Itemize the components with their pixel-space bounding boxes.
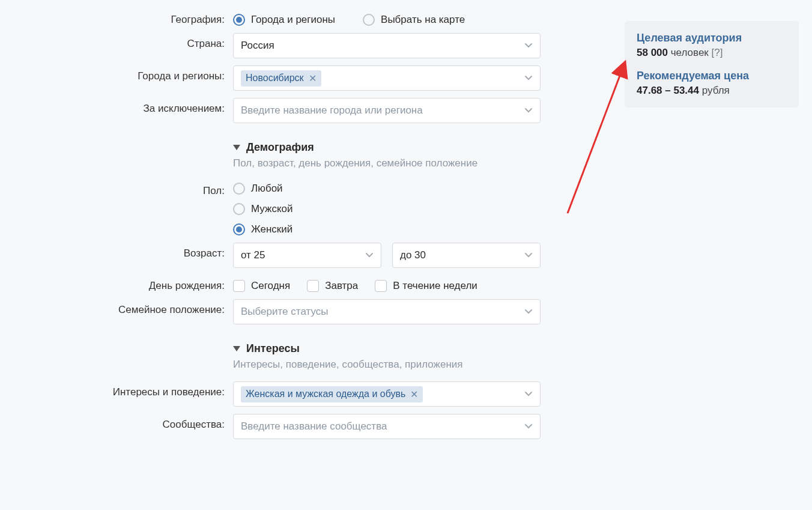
radio-icon <box>363 14 375 26</box>
row-gender: Пол: Любой Мужской Женский <box>78 180 541 235</box>
label-birthday: День рождения: <box>78 275 233 292</box>
radio-label: Города и регионы <box>251 14 335 26</box>
price-unit: рубля <box>702 85 730 96</box>
check-today[interactable]: Сегодня <box>233 280 290 292</box>
birthday-checks: Сегодня Завтра В течение недели <box>233 275 541 292</box>
label-marital: Семейное положение: <box>78 299 233 316</box>
radio-icon <box>233 203 245 215</box>
exclude-placeholder: Введите название города или региона <box>241 105 423 117</box>
row-exclude: За исключением: Введите название города … <box>78 98 541 123</box>
chevron-down-icon <box>524 306 533 318</box>
marital-select[interactable]: Выберите статусы <box>233 299 541 324</box>
chip-text: Женская и мужская одежда и обувь <box>246 389 405 399</box>
remove-icon[interactable]: ✕ <box>410 389 418 400</box>
radio-label: Выбрать на карте <box>381 14 465 26</box>
chevron-down-icon <box>365 249 374 261</box>
row-age: Возраст: от 25 до 30 <box>78 243 541 268</box>
age-range: от 25 до 30 <box>233 243 541 268</box>
section-demography[interactable]: Демография <box>233 141 541 154</box>
row-country: Страна: Россия <box>78 33 541 58</box>
geography-radios: Города и регионы Выбрать на карте <box>233 9 541 26</box>
audience-title: Целевая аудитория <box>637 32 787 44</box>
svg-line-0 <box>568 63 625 213</box>
row-geography: География: Города и регионы Выбрать на к… <box>78 9 541 26</box>
label-geography: География: <box>78 9 233 26</box>
radio-male[interactable]: Мужской <box>233 203 541 215</box>
section-interests-subtitle: Интересы, поведение, сообщества, приложе… <box>233 359 541 371</box>
check-label: Завтра <box>325 280 358 292</box>
label-communities: Сообщества: <box>78 414 233 431</box>
chevron-down-icon <box>524 105 533 117</box>
chevron-down-icon <box>524 249 533 261</box>
checkbox-icon <box>307 280 319 292</box>
radio-icon <box>233 183 245 195</box>
radio-label: Любой <box>251 183 283 195</box>
label-gender: Пол: <box>78 180 233 197</box>
chip-text: Новосибирск <box>246 73 304 83</box>
radio-select-on-map[interactable]: Выбрать на карте <box>363 14 465 26</box>
communities-select[interactable]: Введите название сообщества <box>233 414 541 439</box>
radio-label: Мужской <box>251 203 293 215</box>
label-age: Возраст: <box>78 243 233 260</box>
row-communities: Сообщества: Введите название сообщества <box>78 414 541 439</box>
triangle-down-icon <box>233 145 240 150</box>
exclude-select[interactable]: Введите название города или региона <box>233 98 541 123</box>
label-interests-behavior: Интересы и поведение: <box>78 381 233 398</box>
check-within-week[interactable]: В течение недели <box>375 280 477 292</box>
audience-line: 58 000 человек [?] <box>637 47 787 59</box>
age-from-select[interactable]: от 25 <box>233 243 381 268</box>
radio-label: Женский <box>251 223 292 235</box>
interest-chip: Женская и мужская одежда и обувь ✕ <box>241 386 423 402</box>
help-icon[interactable]: [?] <box>712 47 723 58</box>
city-chip: Новосибирск ✕ <box>241 70 321 87</box>
section-interests[interactable]: Интересы <box>233 342 541 355</box>
chevron-down-icon <box>524 420 533 433</box>
audience-panel: Целевая аудитория 58 000 человек [?] Рек… <box>625 21 799 108</box>
country-value: Россия <box>241 40 274 52</box>
age-to-select[interactable]: до 30 <box>392 243 541 268</box>
checkbox-icon <box>375 280 387 292</box>
remove-icon[interactable]: ✕ <box>309 73 317 84</box>
row-cities: Города и регионы: Новосибирск ✕ <box>78 65 541 91</box>
country-select[interactable]: Россия <box>233 33 541 58</box>
radio-icon <box>233 14 245 26</box>
radio-cities-regions[interactable]: Города и регионы <box>233 14 335 26</box>
radio-female[interactable]: Женский <box>233 223 541 235</box>
triangle-down-icon <box>233 346 240 351</box>
chevron-down-icon <box>524 40 533 52</box>
label-exclude: За исключением: <box>78 98 233 115</box>
check-label: Сегодня <box>251 280 290 292</box>
targeting-form: География: Города и регионы Выбрать на к… <box>78 9 541 446</box>
audience-count: 58 000 <box>637 47 668 58</box>
check-tomorrow[interactable]: Завтра <box>307 280 358 292</box>
price-range: 47.68 – 53.44 <box>637 85 699 96</box>
cities-select[interactable]: Новосибирск ✕ <box>233 65 541 91</box>
label-cities: Города и регионы: <box>78 65 233 82</box>
age-to-value: до 30 <box>400 249 426 261</box>
row-interests-behavior: Интересы и поведение: Женская и мужская … <box>78 381 541 407</box>
section-demography-subtitle: Пол, возраст, день рождения, семейное по… <box>233 157 541 169</box>
audience-unit: человек <box>671 47 709 58</box>
section-title: Интересы <box>246 342 300 355</box>
row-birthday: День рождения: Сегодня Завтра В течение … <box>78 275 541 292</box>
section-title: Демография <box>246 141 314 154</box>
chevron-down-icon <box>524 388 533 400</box>
chevron-down-icon <box>524 72 533 84</box>
gender-radios: Любой Мужской Женский <box>233 180 541 235</box>
communities-placeholder: Введите название сообщества <box>241 420 387 433</box>
label-country: Страна: <box>78 33 233 50</box>
check-label: В течение недели <box>393 280 477 292</box>
radio-icon <box>233 223 245 235</box>
price-title: Рекомендуемая цена <box>637 70 787 82</box>
marital-placeholder: Выберите статусы <box>241 306 328 318</box>
radio-any[interactable]: Любой <box>233 183 541 195</box>
price-line: 47.68 – 53.44 рубля <box>637 85 787 97</box>
checkbox-icon <box>233 280 245 292</box>
interests-behavior-select[interactable]: Женская и мужская одежда и обувь ✕ <box>233 381 541 407</box>
age-from-value: от 25 <box>241 249 265 261</box>
row-marital: Семейное положение: Выберите статусы <box>78 299 541 324</box>
